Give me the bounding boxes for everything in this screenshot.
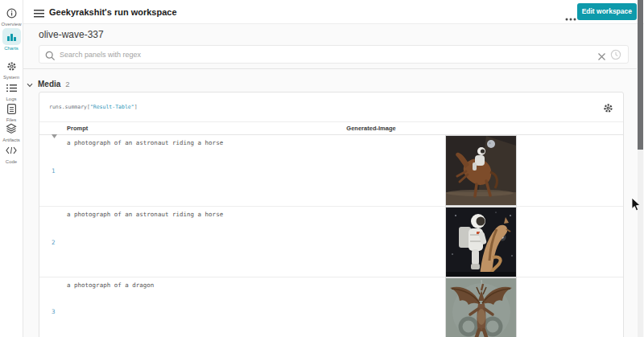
sidebar-item-charts[interactable]: Charts (0, 28, 23, 51)
query-string: "Result-Table" (90, 104, 134, 110)
page-title: Geekyrakshit's run workspace (49, 0, 177, 24)
sidebar-item-code[interactable]: Code (0, 142, 23, 164)
main-content: olive-wave-337 Media 2 (23, 24, 644, 337)
sidebar-item-files[interactable]: Files (0, 101, 23, 122)
panel-query-expression: runs.summary["Result-Table"] (49, 104, 138, 110)
sidebar-item-overview[interactable]: Overview (0, 5, 23, 27)
prompt-cell: a photograph of an astronaut riding a ho… (67, 211, 223, 218)
bar-chart-icon (2, 28, 21, 45)
generated-image-astronaut-horse-1[interactable] (446, 136, 516, 205)
row-index-link[interactable]: 3 (52, 308, 56, 315)
sidebar-item-logs[interactable]: Logs (0, 80, 23, 101)
more-options-icon[interactable] (565, 10, 576, 24)
layers-icon (2, 121, 21, 137)
sidebar-label: Code (0, 159, 23, 164)
edit-workspace-button[interactable]: Edit workspace (577, 3, 637, 20)
info-circle-icon (2, 5, 21, 21)
workspace-page: Overview Charts System Logs Files (0, 0, 644, 337)
media-section-count: 2 (65, 80, 69, 88)
table-row: a photograph of a dragon 3 (39, 277, 623, 337)
prompt-cell: a photograph of an astronaut riding a ho… (67, 139, 223, 146)
generated-image-astronaut-horse-2[interactable] (446, 208, 516, 277)
query-prefix: runs.summary[ (49, 104, 90, 110)
clear-search-icon[interactable] (597, 50, 606, 64)
panel-search-bar (39, 45, 629, 64)
media-section-title: Media (38, 80, 60, 88)
run-name-heading: olive-wave-337 (39, 29, 104, 40)
sidebar-item-artifacts[interactable]: Artifacts (0, 121, 23, 142)
media-section: Media 2 (23, 68, 637, 91)
left-nav-sidebar: Overview Charts System Logs Files (0, 0, 23, 337)
list-icon (2, 80, 21, 96)
query-suffix: ] (134, 104, 138, 110)
sidebar-label: Charts (0, 46, 23, 51)
result-table-panel: runs.summary["Result-Table"] Prompt Gene… (39, 92, 624, 337)
gear-icon (2, 58, 21, 74)
scrollbar-thumb[interactable] (638, 0, 643, 150)
table-row: a photograph of an astronaut riding a ho… (39, 207, 623, 277)
panel-settings-gear-icon[interactable] (603, 102, 613, 117)
search-icon (45, 50, 56, 64)
document-icon (2, 101, 21, 117)
generated-image-dragon[interactable] (446, 278, 516, 337)
sidebar-label: Overview (0, 22, 23, 27)
hamburger-menu-icon[interactable] (34, 7, 44, 22)
prompt-cell: a photograph of a dragon (67, 282, 154, 289)
table-row: a photograph of an astronaut riding a ho… (39, 135, 623, 207)
row-index-link[interactable]: 2 (52, 238, 56, 245)
top-header-bar: Geekyrakshit's run workspace Edit worksp… (23, 0, 644, 24)
row-index-link[interactable]: 1 (52, 167, 56, 175)
search-input[interactable] (60, 46, 591, 63)
column-header-generated-image[interactable]: Generated-Image (323, 122, 419, 135)
sidebar-item-system[interactable]: System (0, 58, 23, 80)
column-header-prompt[interactable]: Prompt (67, 122, 88, 135)
media-section-header[interactable]: Media 2 (23, 69, 637, 91)
table-header-row: Prompt Generated-Image (39, 122, 623, 135)
search-history-icon[interactable] (610, 49, 621, 64)
code-brackets-icon (2, 142, 21, 158)
vertical-scrollbar[interactable] (638, 0, 643, 337)
chevron-down-icon (27, 76, 33, 91)
panel-query-bar: runs.summary["Result-Table"] (39, 92, 623, 122)
